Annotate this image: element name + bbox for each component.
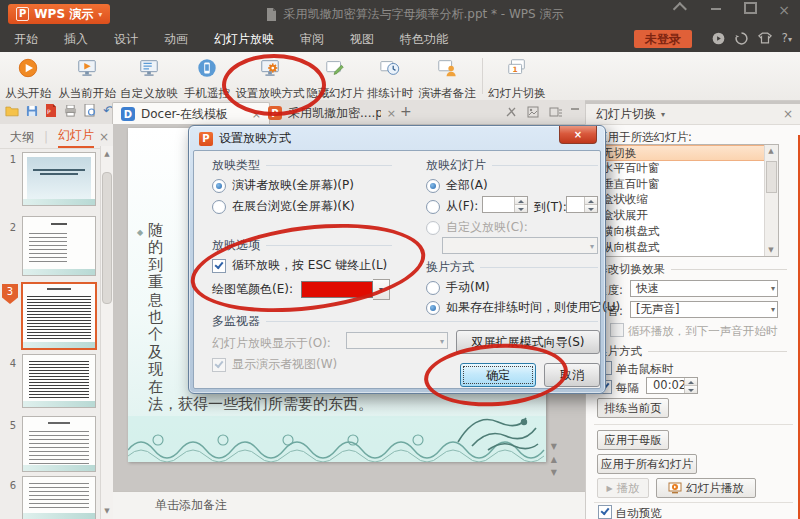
tab-insert[interactable]: 插入	[64, 31, 88, 48]
radio-kiosk-show[interactable]: 在展台浏览(全屏幕)(K)	[212, 198, 355, 215]
print-icon[interactable]	[64, 105, 77, 117]
next-slide-icon[interactable]: ▼	[551, 468, 557, 477]
close-pane-icon[interactable]: ×	[783, 107, 793, 121]
radio-slide-range[interactable]: 从(F):	[426, 198, 478, 215]
tab-view[interactable]: 视图	[350, 31, 374, 48]
presenter-notes-button[interactable]: 演讲者备注	[416, 54, 478, 103]
transition-option[interactable]: 水平百叶窗	[598, 161, 778, 177]
screen-gear-icon	[259, 57, 281, 79]
rehearse-timings-button[interactable]: 排练计时	[364, 54, 416, 103]
ok-button[interactable]: 确定	[460, 363, 536, 387]
toolbar-separator	[482, 58, 483, 94]
slide-show-icon	[668, 482, 682, 494]
doc-tab-presentation[interactable]: P 采用凯撒加密....ppt * ×	[260, 102, 404, 124]
radio-all-slides[interactable]: 全部(A)	[426, 177, 488, 194]
slide-thumbnail[interactable]	[22, 416, 96, 472]
tab-home[interactable]: 开始	[14, 31, 38, 48]
minimize-icon[interactable]	[706, 2, 726, 18]
panel-scrollbar[interactable]: ▲ ▼	[100, 146, 113, 519]
apply-to-all-button[interactable]: 应用于所有幻灯片	[597, 454, 697, 474]
advance-time-spinner[interactable]: 00:02	[646, 377, 698, 394]
pane-splitter-handle[interactable]	[571, 108, 579, 110]
scrollbar-thumb[interactable]	[102, 172, 112, 304]
tab-slideshow[interactable]: 幻灯片放映	[214, 31, 274, 48]
speed-dropdown[interactable]: 快速 ▾	[630, 280, 778, 297]
caret-down-icon[interactable]: ▾	[661, 110, 665, 119]
on-mouse-click-checkbox[interactable]: 单击鼠标时	[598, 361, 673, 377]
document-icon	[266, 8, 277, 21]
close-panel-icon[interactable]: ×	[99, 130, 109, 144]
slide-thumbnail[interactable]	[22, 152, 96, 206]
tabbar-tool-icon[interactable]	[505, 106, 517, 118]
doc-tab-docer[interactable]: D Docer-在线模板 ×	[112, 102, 270, 125]
close-tab-icon[interactable]: ×	[387, 107, 396, 120]
slide-thumbnail[interactable]	[22, 216, 96, 276]
to-slide-spinner[interactable]	[566, 196, 598, 213]
circle-play-icon[interactable]	[712, 32, 725, 45]
close-icon[interactable]: ×	[774, 2, 794, 18]
login-button[interactable]: 未登录	[634, 30, 692, 48]
tabbar-tool-icon[interactable]	[549, 106, 563, 118]
wps-logo-menu[interactable]: P WPS 演示 ▾	[8, 4, 110, 24]
tab-special-features[interactable]: 特色功能	[400, 31, 448, 48]
export-pdf-icon[interactable]: P	[45, 104, 57, 117]
scroll-down-icon[interactable]: ▼	[101, 507, 113, 515]
open-folder-icon[interactable]	[5, 105, 19, 117]
set-up-show-button[interactable]: 设置放映方式	[234, 54, 306, 103]
slide-show-play-button[interactable]: 幻灯片播放	[656, 478, 756, 498]
tab-review[interactable]: 审阅	[300, 31, 324, 48]
cancel-button[interactable]: 取消	[544, 363, 600, 387]
help-icon[interactable]: ?▾	[782, 31, 792, 45]
slide-thumbnail[interactable]	[22, 354, 96, 408]
tab-design[interactable]: 设计	[114, 31, 138, 48]
notes-area[interactable]: 单击添加备注	[113, 491, 627, 519]
slide-thumbnail[interactable]	[22, 476, 96, 519]
skin-icon[interactable]	[758, 32, 772, 44]
sound-dropdown[interactable]: [无声音] ▾	[630, 301, 778, 318]
phone-remote-button[interactable]: 手机遥控	[180, 54, 234, 103]
auto-preview-checkbox[interactable]: 自动预览	[598, 505, 662, 519]
collapse-ribbon-icon[interactable]	[672, 2, 692, 18]
scroll-down-icon[interactable]: ▼	[765, 246, 777, 254]
radio-manual-advance[interactable]: 手动(M)	[426, 279, 490, 296]
save-icon[interactable]	[26, 105, 38, 117]
tabbar-tool-icon[interactable]	[527, 106, 539, 118]
previous-slide-icon[interactable]: ▲	[551, 455, 557, 464]
rehearse-current-button[interactable]: 排练当前页	[597, 398, 669, 418]
custom-show-button[interactable]: 自定义放映	[118, 54, 180, 103]
transition-option[interactable]: 垂直百叶窗	[598, 177, 778, 193]
print-preview-icon[interactable]	[84, 104, 96, 117]
from-current-button[interactable]: 从当前开始	[56, 54, 118, 103]
transition-option[interactable]: 纵向棋盘式	[598, 240, 778, 256]
transition-option-selected[interactable]: 无切换	[598, 145, 778, 161]
tab-animation[interactable]: 动画	[164, 31, 188, 48]
loop-until-esc-checkbox[interactable]: 循环放映，按 ESC 键终止(L)	[212, 257, 387, 274]
from-slide-spinner[interactable]	[482, 196, 528, 213]
new-tab-icon[interactable]: +	[400, 103, 412, 119]
scroll-down-icon[interactable]: ▼	[551, 442, 557, 451]
from-beginning-button[interactable]: 从头开始	[0, 54, 56, 103]
hide-slide-button[interactable]: 隐藏幻灯片	[306, 54, 364, 103]
slide-thumbnail-selected[interactable]	[21, 282, 97, 350]
transition-option[interactable]: 盒状收缩	[598, 192, 778, 208]
slide-navigation-arrows[interactable]: ▼ ▲ ▼	[551, 442, 557, 477]
apply-to-master-button[interactable]: 应用于母版	[597, 430, 669, 450]
transition-option[interactable]: 盒状展开	[598, 208, 778, 224]
transition-option[interactable]: 横向棋盘式	[598, 224, 778, 240]
pen-color-dropdown[interactable]: ▾	[301, 279, 390, 300]
radio-presenter-show[interactable]: 演讲者放映(全屏幕)(P)	[212, 177, 354, 194]
dual-screen-wizard-button[interactable]: 双屏扩展模式向导(S)	[456, 330, 600, 354]
slides-tab[interactable]: 幻灯片	[58, 127, 94, 148]
transition-list[interactable]: 无切换 水平百叶窗 垂直百叶窗 盒状收缩 盒状展开 横向棋盘式 纵向棋盘式 ▲ …	[597, 144, 779, 257]
list-scrollbar[interactable]: ▲ ▼	[764, 145, 778, 256]
dialog-close-button[interactable]: ×	[559, 126, 597, 144]
slide-transition-button[interactable]: 1 幻灯片切换	[486, 54, 548, 103]
scrollbar-thumb[interactable]	[766, 161, 777, 193]
scroll-up-icon[interactable]: ▲	[765, 147, 777, 155]
scroll-up-icon[interactable]: ▲	[101, 150, 113, 158]
maximize-icon[interactable]	[740, 2, 760, 18]
outline-tab[interactable]: 大纲	[10, 129, 34, 146]
history-icon[interactable]	[735, 32, 748, 45]
caret-down-icon: ▾	[771, 284, 775, 293]
show-type-header: 放映类型	[212, 157, 392, 174]
